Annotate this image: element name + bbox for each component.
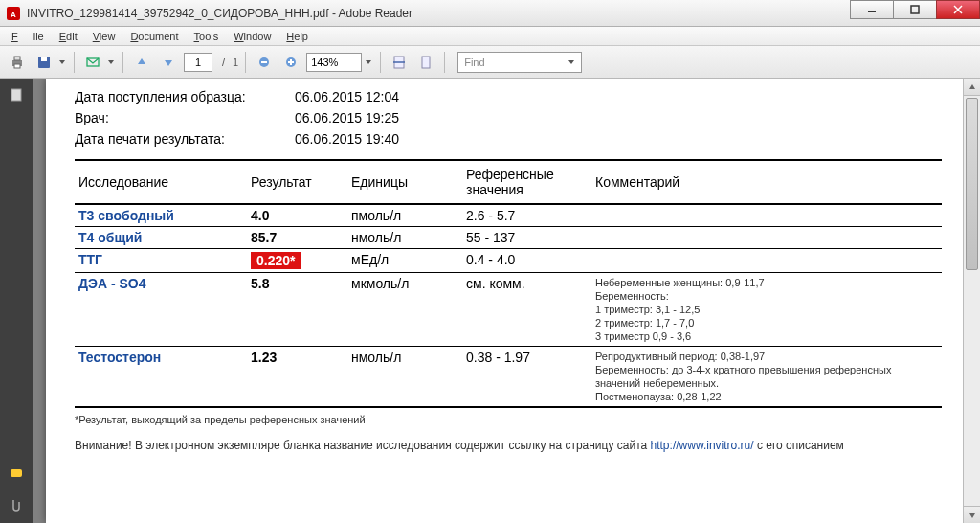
vertical-scrollbar[interactable]	[963, 79, 980, 523]
menu-file[interactable]: File	[4, 29, 52, 44]
results-table: Исследование Результат Единицы Референсн…	[75, 159, 942, 408]
svg-rect-7	[14, 57, 20, 60]
menu-bar: File Edit View Document Tools Window Hel…	[0, 27, 980, 46]
comment-value	[591, 249, 942, 273]
result-value: 5.8	[251, 276, 269, 291]
th-units: Единицы	[347, 160, 462, 204]
units-value: нмоль/л	[347, 227, 462, 249]
footnote-text: *Результат, выходящий за пределы референ…	[75, 414, 942, 425]
menu-view[interactable]: View	[85, 29, 123, 44]
scroll-up-arrow-icon[interactable]	[964, 79, 980, 96]
table-row: Т4 общий85.7нмоль/л55 - 137	[75, 227, 942, 249]
attachments-panel-icon[interactable]	[8, 496, 25, 513]
menu-help[interactable]: Help	[278, 29, 316, 44]
units-value: нмоль/л	[347, 347, 462, 408]
meta-row: Дата печати результата:06.06.2015 19:40	[75, 128, 942, 149]
reference-value: 0.38 - 1.97	[462, 347, 591, 408]
reference-value: см. комм.	[462, 273, 591, 347]
reference-value: 55 - 137	[462, 227, 591, 249]
menu-window[interactable]: Window	[226, 29, 278, 44]
window-title: INVITRO_129981414_39752942_0_СИДОРОВА_НН…	[27, 7, 980, 20]
pdf-page: Дата поступления образца:06.06.2015 12:0…	[46, 79, 970, 523]
table-header-row: Исследование Результат Единицы Референсн…	[75, 160, 942, 204]
svg-rect-10	[41, 57, 47, 61]
window-maximize-button[interactable]	[893, 0, 937, 19]
svg-marker-11	[59, 60, 65, 64]
invitro-link[interactable]: http://www.invitro.ru/	[651, 439, 754, 452]
page-down-button[interactable]	[157, 51, 180, 74]
left-rail	[0, 79, 33, 523]
window-close-button[interactable]	[936, 0, 980, 19]
page-up-button[interactable]	[130, 51, 153, 74]
units-value: мкмоль/л	[347, 273, 462, 347]
save-button[interactable]	[33, 51, 56, 74]
svg-marker-21	[366, 60, 371, 64]
result-value: 1.23	[251, 350, 277, 365]
pages-panel-icon[interactable]	[8, 86, 25, 103]
svg-marker-13	[108, 60, 114, 64]
zoom-dropdown[interactable]	[364, 58, 373, 66]
document-viewport: Дата поступления образца:06.06.2015 12:0…	[33, 79, 980, 523]
email-dropdown[interactable]	[106, 58, 116, 66]
comment-value	[591, 227, 942, 249]
result-value-flagged: 0.220*	[251, 252, 301, 269]
menu-tools[interactable]: Tools	[187, 29, 227, 44]
meta-row: Дата поступления образца:06.06.2015 12:0…	[75, 86, 942, 107]
svg-rect-8	[14, 64, 20, 68]
comments-panel-icon[interactable]	[8, 466, 25, 483]
pdf-file-icon: A	[6, 6, 21, 21]
test-name-link[interactable]: ТТГ	[75, 249, 247, 273]
svg-marker-28	[969, 84, 975, 89]
svg-rect-24	[422, 57, 430, 68]
window-minimize-button[interactable]	[850, 0, 894, 19]
result-value: 4.0	[251, 208, 269, 223]
window-titlebar: A INVITRO_129981414_39752942_0_СИДОРОВА_…	[0, 0, 980, 27]
meta-row: Врач:06.06.2015 19:25	[75, 107, 942, 128]
svg-rect-27	[11, 469, 22, 477]
save-dropdown[interactable]	[57, 58, 67, 66]
units-value: мЕд/л	[347, 249, 462, 273]
table-row: Т3 свободный4.0пмоль/л2.6 - 5.7	[75, 204, 942, 227]
find-dropdown-icon	[568, 58, 575, 66]
th-comment: Комментарий	[591, 160, 942, 204]
th-test: Исследование	[75, 160, 247, 204]
svg-marker-15	[165, 60, 172, 66]
table-row: ДЭА - SO45.8мкмоль/лсм. комм.Небеременны…	[75, 273, 942, 347]
comment-value	[591, 204, 942, 227]
test-name-link[interactable]: Тестостерон	[75, 347, 247, 408]
notice-text: Внимание! В электронном экземпляре бланк…	[75, 439, 942, 452]
reference-value: 0.4 - 4.0	[462, 249, 591, 273]
comment-value: Небеременные женщины: 0,9-11,7Беременнос…	[591, 273, 942, 347]
print-button[interactable]	[6, 51, 29, 74]
document-metadata: Дата поступления образца:06.06.2015 12:0…	[75, 86, 942, 149]
page-total: 1	[233, 57, 238, 68]
svg-text:A: A	[11, 11, 16, 19]
svg-rect-3	[911, 6, 919, 13]
scroll-down-arrow-icon[interactable]	[964, 506, 980, 523]
result-value: 85.7	[251, 230, 277, 245]
reference-value: 2.6 - 5.7	[462, 204, 591, 227]
menu-edit[interactable]: Edit	[52, 29, 85, 44]
svg-marker-25	[568, 60, 574, 64]
find-input[interactable]: Find	[457, 52, 582, 73]
svg-marker-14	[138, 58, 145, 64]
fit-page-button[interactable]	[414, 51, 437, 74]
page-number-input[interactable]	[184, 53, 212, 72]
scrollbar-thumb[interactable]	[966, 98, 978, 270]
zoom-out-button[interactable]	[253, 51, 276, 74]
test-name-link[interactable]: Т3 свободный	[75, 204, 247, 227]
email-button[interactable]	[81, 51, 104, 74]
toolbar: / 1 143% Find	[0, 46, 980, 79]
zoom-in-button[interactable]	[279, 51, 302, 74]
menu-document[interactable]: Document	[122, 29, 186, 44]
test-name-link[interactable]: ДЭА - SO4	[75, 273, 247, 347]
test-name-link[interactable]: Т4 общий	[75, 227, 247, 249]
table-row: ТТГ0.220*мЕд/л0.4 - 4.0	[75, 249, 942, 273]
zoom-level-box[interactable]: 143%	[306, 53, 362, 72]
comment-value: Репродуктивный период: 0,38-1,97Беременн…	[591, 347, 942, 408]
page-separator: /	[216, 57, 229, 68]
svg-rect-26	[11, 89, 21, 101]
fit-width-button[interactable]	[388, 51, 411, 74]
table-row: Тестостерон1.23нмоль/л0.38 - 1.97Репроду…	[75, 347, 942, 408]
units-value: пмоль/л	[347, 204, 462, 227]
